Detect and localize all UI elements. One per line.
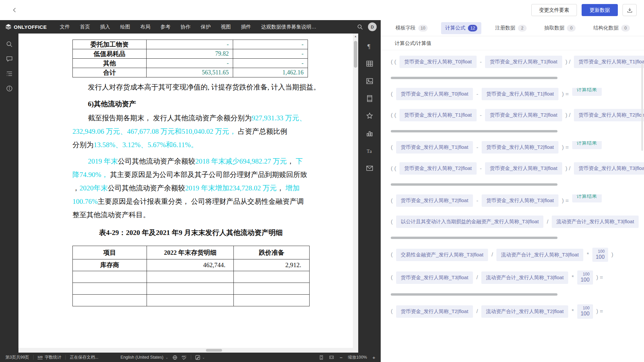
field-token[interactable]: 货币资金_发行人简称_T0|float: [399, 56, 476, 68]
about-icon[interactable]: [5, 84, 13, 93]
fit-page-icon[interactable]: [319, 355, 324, 360]
chart-settings-icon[interactable]: [366, 129, 374, 137]
comments-icon[interactable]: [5, 55, 13, 63]
tab-template-fields[interactable]: 模板字段10: [391, 22, 432, 34]
table-cell: [234, 271, 310, 283]
tab-registered-data[interactable]: 注册数据2: [491, 22, 531, 34]
document-line: 发行人对存货成本高于其可变现净值的, 计提存货跌价准备, 计入当期损益。: [88, 83, 320, 92]
vertical-scrollbar[interactable]: ▲: [353, 34, 358, 353]
field-token[interactable]: 以公计且其变动计入当期损益的金融资产_发行人简称_T3|float: [396, 216, 543, 228]
menu-item-2[interactable]: 插入: [95, 20, 115, 34]
navigation-icon[interactable]: [5, 70, 13, 78]
word-count-icon: 123: [38, 356, 43, 359]
scrollbar-thumb[interactable]: [354, 41, 357, 68]
result-token[interactable]: 计算结果: [572, 194, 602, 202]
paragraph-settings-icon[interactable]: ¶: [366, 42, 374, 50]
field-token[interactable]: 货币资金_发行人简称_T3|float: [485, 162, 562, 175]
field-token[interactable]: 货币资金_发行人简称_T1|float: [396, 141, 473, 154]
scroll-up-icon[interactable]: ▲: [353, 34, 358, 39]
table-cell: 462,744.: [147, 259, 234, 271]
text-art-icon[interactable]: Tа: [366, 147, 374, 155]
field-token[interactable]: 流动资产合计_发行人简称_T3|float: [552, 216, 639, 228]
page-indicator[interactable]: 第3页共99页: [5, 355, 29, 360]
tab-formulas[interactable]: 计算公式12: [441, 22, 481, 34]
field-token[interactable]: 货币资金_发行人简称_T1|float: [399, 109, 476, 121]
inventory-table: 委托加工物资--低值易耗品79.82-其他--合计563,511.651,462…: [72, 40, 308, 77]
highlighted-segment: 232,949.06 万元、467,677.08 万元和510,040.02 万…: [72, 127, 236, 135]
field-token[interactable]: 货币资金_发行人简称_T3|float: [396, 272, 473, 284]
fraction-token[interactable]: 100100: [577, 270, 593, 285]
zoom-level[interactable]: 缩放100%: [348, 355, 367, 360]
back-button[interactable]: [10, 5, 19, 15]
menu-item-3[interactable]: 绘图: [115, 20, 135, 34]
search-icon[interactable]: [5, 40, 13, 48]
menu-item-4[interactable]: 布局: [135, 20, 155, 34]
field-token[interactable]: 流动资产合计_发行人简称_T3|float: [481, 272, 568, 284]
globe-icon[interactable]: [172, 355, 177, 360]
document-line: 表4-29：2020 年及2021 年9 月末末发行人其他流动资产明细: [72, 228, 309, 237]
menu-item-8[interactable]: 视图: [216, 20, 236, 34]
track-changes-button[interactable]: ⌄: [195, 355, 205, 360]
field-token[interactable]: 货币资金_发行人简称_T3|float: [574, 162, 644, 175]
update-data-button[interactable]: 更新数据: [582, 4, 618, 16]
table-row: 其他--: [73, 59, 308, 68]
field-token[interactable]: 货币资金_发行人简称_T2|float: [482, 141, 558, 154]
field-token[interactable]: 货币资金_发行人简称_T0|float: [396, 88, 473, 100]
table-row: 库存商462,744.2,912.: [73, 259, 310, 271]
menu-item-9[interactable]: 插件: [236, 20, 256, 34]
field-token[interactable]: 流动资产合计_发行人简称_T2|float: [481, 305, 568, 318]
field-token[interactable]: 货币资金_发行人简称_T1|float: [574, 56, 644, 68]
horizontal-scrollbar[interactable]: [18, 348, 353, 353]
result-token[interactable]: 计算结果: [572, 141, 602, 149]
text-segment: ，: [277, 184, 284, 192]
fraction-numerator: 100: [598, 249, 605, 254]
search-icon[interactable]: [357, 24, 363, 30]
tab-structured-data[interactable]: 结构化数据0: [589, 22, 634, 34]
highlighted-segment: 13.58%、3.12%、5.67%和6.11%。: [94, 141, 198, 149]
mail-merge-icon[interactable]: [366, 164, 374, 172]
field-token[interactable]: 流动资产合计_发行人简称_T3|float: [496, 249, 583, 261]
menu-item-0[interactable]: 文件: [55, 20, 75, 34]
download-icon: [627, 7, 633, 13]
table-row: 低值易耗品79.82-: [73, 49, 308, 59]
menu-item-1[interactable]: 首页: [75, 20, 95, 34]
field-token[interactable]: 货币资金_发行人简称_T2|float: [574, 109, 644, 121]
menu-item-10[interactable]: 达观数据债券募集说明书...: [256, 20, 323, 34]
table-settings-icon[interactable]: [366, 60, 374, 68]
download-button[interactable]: [623, 4, 637, 16]
panel-scrollbar[interactable]: [641, 64, 643, 151]
header-footer-icon[interactable]: [366, 95, 374, 103]
zoom-in-button[interactable]: +: [372, 355, 375, 360]
scrollbar-thumb[interactable]: [206, 349, 222, 352]
word-count-button[interactable]: 123 字数统计: [38, 355, 61, 360]
fraction-token[interactable]: 100100: [592, 248, 608, 262]
shape-settings-icon[interactable]: [366, 112, 374, 120]
spellcheck-icon[interactable]: ABC: [181, 355, 187, 360]
field-token[interactable]: 货币资金_发行人简称_T2|float: [396, 305, 473, 318]
menu-item-7[interactable]: 保护: [196, 20, 216, 34]
svg-text:ABC: ABC: [181, 355, 186, 357]
tab-label: 结构化数据: [593, 25, 619, 31]
tab-count-badge: 0: [621, 25, 630, 32]
field-token[interactable]: 货币资金_发行人简称_T1|float: [485, 56, 562, 68]
tab-extracted-data[interactable]: 抽取数据0: [540, 22, 580, 34]
image-settings-icon[interactable]: [366, 77, 374, 85]
field-token[interactable]: 货币资金_发行人简称_T2|float: [485, 109, 562, 121]
field-token[interactable]: 货币资金_发行人简称_T2|float: [396, 194, 473, 207]
field-token[interactable]: 货币资金_发行人简称_T1|float: [482, 88, 558, 100]
operator: ) =: [596, 308, 603, 315]
fit-width-icon[interactable]: [329, 355, 334, 360]
operator: (: [391, 144, 393, 151]
zoom-out-button[interactable]: −: [339, 355, 342, 360]
field-token[interactable]: 交易性金融资产_发行人简称_T3|float: [396, 249, 488, 261]
tab-count-badge: 2: [518, 25, 527, 32]
menu-item-6[interactable]: 协作: [175, 20, 196, 34]
fraction-token[interactable]: 100100: [577, 304, 593, 318]
result-token[interactable]: 计算结果: [572, 88, 602, 96]
menu-item-5[interactable]: 参考: [155, 20, 175, 34]
field-token[interactable]: 货币资金_发行人简称_T2|float: [399, 162, 476, 175]
language-selector[interactable]: English (United States) ⌄: [120, 355, 168, 360]
user-avatar[interactable]: D: [368, 22, 377, 31]
field-token[interactable]: 货币资金_发行人简称_T3|float: [482, 194, 558, 207]
change-file-elements-button[interactable]: 变更文件要素: [531, 4, 577, 16]
